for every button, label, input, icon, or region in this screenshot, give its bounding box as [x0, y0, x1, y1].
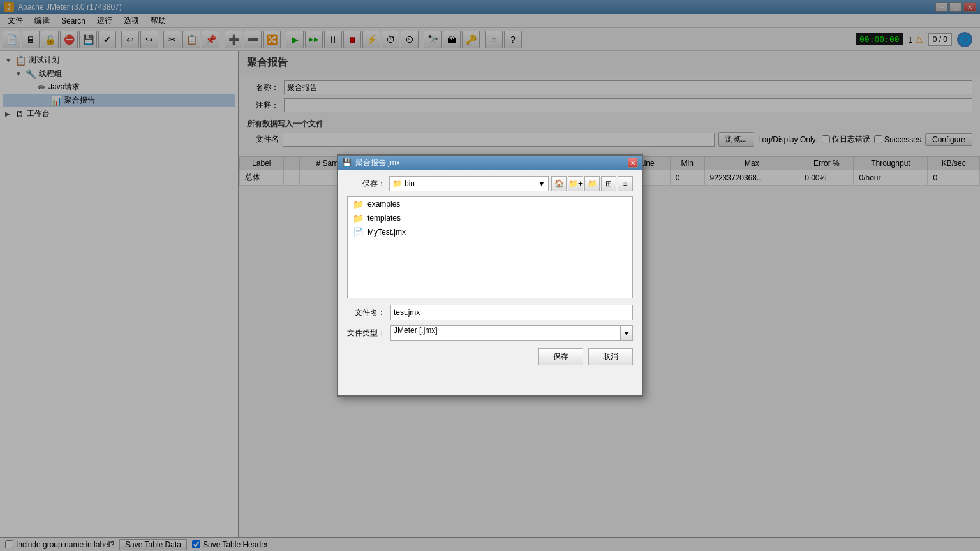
- nav-home-button[interactable]: 🏠: [551, 176, 567, 191]
- save-dialog: 💾 聚合报告.jmx ✕ 保存： 📁 bin ▼ 🏠 📁+ 📁: [337, 154, 643, 397]
- nav-buttons: 🏠 📁+ 📁 ⊞ ≡: [551, 176, 633, 191]
- save-label: 保存：: [347, 179, 385, 189]
- dialog-cancel-button[interactable]: 取消: [588, 348, 633, 365]
- dialog-button-row: 保存 取消: [347, 346, 633, 365]
- folder-icon-examples: 📁: [353, 199, 364, 209]
- folder-icon-templates: 📁: [353, 213, 364, 223]
- file-name-templates: templates: [368, 214, 401, 223]
- filetype-dropdown-arrow[interactable]: ▼: [620, 325, 633, 341]
- dialog-titlebar: 💾 聚合报告.jmx ✕: [338, 156, 642, 170]
- file-item-templates[interactable]: 📁 templates: [348, 211, 632, 225]
- nav-new-folder-button[interactable]: 📁+: [568, 176, 583, 191]
- filetype-row: 文件类型： JMeter [.jmx] ▼: [347, 325, 633, 341]
- filename-input[interactable]: [390, 305, 633, 320]
- file-icon-mytest: 📄: [353, 227, 364, 237]
- file-name-examples: examples: [368, 200, 400, 209]
- file-item-mytest[interactable]: 📄 MyTest.jmx: [348, 225, 632, 239]
- folder-icon: 📁: [392, 179, 402, 188]
- file-item-examples[interactable]: 📁 examples: [348, 197, 632, 211]
- modal-overlay: 💾 聚合报告.jmx ✕ 保存： 📁 bin ▼ 🏠 📁+ 📁: [0, 0, 980, 551]
- location-box: 📁 bin ▼: [389, 176, 549, 191]
- location-text: bin: [405, 179, 415, 188]
- nav-parent-button[interactable]: 📁: [584, 176, 600, 191]
- filename-row: 文件名：: [347, 305, 633, 320]
- dialog-close-button[interactable]: ✕: [628, 158, 638, 168]
- location-dropdown-arrow[interactable]: ▼: [538, 179, 546, 188]
- filetype-label: 文件类型：: [347, 328, 385, 339]
- dialog-title: 聚合报告.jmx: [355, 158, 624, 168]
- filetype-select-wrapper: JMeter [.jmx] ▼: [390, 325, 633, 341]
- dialog-body: 保存： 📁 bin ▼ 🏠 📁+ 📁 ⊞ ≡: [338, 170, 642, 372]
- file-list-area[interactable]: 📁 examples 📁 templates 📄 MyTest.jmx: [347, 196, 633, 298]
- filetype-value: JMeter [.jmx]: [390, 325, 620, 341]
- file-name-mytest: MyTest.jmx: [368, 228, 406, 237]
- save-location-row: 保存： 📁 bin ▼ 🏠 📁+ 📁 ⊞ ≡: [347, 176, 633, 191]
- filename-label: 文件名：: [347, 307, 385, 318]
- nav-list-button[interactable]: ≡: [618, 176, 633, 191]
- dialog-icon: 💾: [342, 158, 352, 167]
- nav-grid-button[interactable]: ⊞: [601, 176, 616, 191]
- dialog-save-button[interactable]: 保存: [538, 348, 583, 365]
